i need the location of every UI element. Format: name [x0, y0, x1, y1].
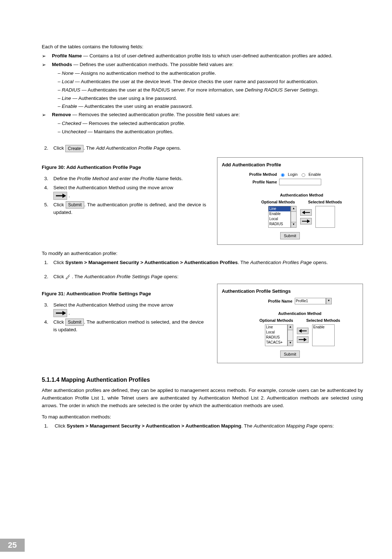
profile-method-label: Profile Method [244, 171, 277, 178]
svg-line-7 [69, 275, 70, 276]
scroll-down-icon[interactable]: ▼ [291, 222, 297, 228]
settings-step-3: Select the Authentication Method using t… [53, 301, 173, 317]
step-number: 1. [42, 259, 48, 267]
method-none: – None — Assigns no authentication metho… [58, 70, 363, 77]
step-number: 3. [42, 175, 48, 183]
selected-methods-list[interactable]: Enable [312, 324, 335, 346]
selected-methods-list[interactable] [315, 206, 335, 228]
step-number: 2. [42, 273, 48, 281]
list-item[interactable]: TACACS+ [265, 340, 287, 345]
auth-method-header: Authentication Method [244, 192, 359, 198]
scroll-up-icon[interactable]: ▲ [291, 206, 297, 212]
login-radio[interactable] [281, 173, 285, 177]
move-left-button[interactable] [300, 209, 312, 216]
profile-name-label: Profile Name [268, 298, 292, 304]
list-item[interactable]: Local [269, 216, 290, 222]
move-right-button[interactable] [300, 218, 312, 224]
svg-marker-1 [62, 194, 66, 198]
submit-button[interactable]: Submit [65, 319, 84, 326]
list-item[interactable]: Line [265, 325, 287, 330]
bullet-methods: Methods — Defines the user authenticatio… [52, 61, 233, 69]
selected-methods-label: Selected Methods [306, 317, 340, 324]
submit-button[interactable]: Submit [66, 201, 84, 208]
move-arrow-icon [53, 192, 67, 200]
dialog-submit-button[interactable]: Submit [280, 232, 300, 239]
svg-marker-13 [304, 338, 307, 341]
step-number: 2. [42, 145, 48, 152]
svg-marker-9 [62, 311, 66, 315]
list-item[interactable]: RADIUS [265, 335, 287, 340]
add-auth-profile-dialog: Add Authentication Profile Profile Metho… [217, 157, 363, 245]
create-button[interactable]: Create [65, 145, 83, 152]
step-number: 4. [42, 184, 48, 200]
move-arrow-icon [53, 309, 67, 317]
dialog-submit-button[interactable]: Submit [280, 351, 300, 358]
optional-methods-list[interactable]: Line Enable Local RADIUS [268, 206, 291, 228]
remove-checked: – Checked — Removes the selected authent… [58, 120, 363, 127]
scroll-down-icon[interactable]: ▼ [287, 340, 293, 346]
step-4-text: Select the Authentication Method using t… [53, 184, 173, 200]
svg-marker-3 [302, 211, 305, 214]
method-line: – Line — Authenticates the user using a … [58, 95, 363, 102]
bullet-profile-name: Profile Name — Contains a list of user-d… [52, 52, 332, 60]
bullet-marker: ➢ [42, 112, 46, 119]
svg-marker-11 [299, 329, 302, 333]
section-heading: 5.1.1.4 Mapping Authentication Profiles [42, 376, 363, 385]
move-right-button[interactable] [297, 336, 309, 343]
list-item[interactable]: Local [265, 330, 287, 335]
auth-method-header: Authentication Method [241, 311, 359, 317]
modify-step-2: Click . The Authentication Profile Setti… [53, 273, 179, 281]
step-5-text: Click Submit. The authentication profile… [53, 201, 206, 216]
settings-step-4: Click Submit. The authentication method … [53, 319, 206, 334]
step-number: 1. [42, 422, 48, 430]
modify-intro: To modify an authentication profile: [42, 250, 363, 258]
profile-name-input[interactable] [279, 179, 321, 185]
optional-methods-list[interactable]: Line Local RADIUS TACACS+ [265, 324, 287, 346]
bullet-marker: ➢ [42, 61, 46, 69]
method-enable: – Enable — Authenticates the user using … [58, 103, 363, 110]
svg-marker-6 [66, 276, 69, 279]
list-item[interactable]: Line [269, 206, 290, 211]
step-3-text: Define the Profile Method and enter the … [53, 175, 183, 183]
selected-methods-label: Selected Methods [308, 199, 342, 205]
map-intro: To map authentication methods: [42, 413, 363, 421]
figure-31-title: Figure 31: Authentication Profile Settin… [42, 290, 206, 298]
optional-methods-label: Optional Methods [261, 199, 295, 205]
login-label: Login [288, 171, 298, 178]
svg-marker-5 [307, 219, 310, 223]
intro-text: Each of the tables contains the followin… [42, 43, 363, 51]
bullet-marker: ➢ [42, 53, 46, 60]
list-item[interactable]: Enable [313, 325, 334, 330]
modify-step-1: Click System > Management Security > Aut… [53, 259, 328, 267]
profile-name-label: Profile Name [244, 179, 277, 185]
step-number: 4. [42, 319, 48, 334]
scroll-up-icon[interactable]: ▲ [287, 324, 293, 330]
dropdown-icon[interactable]: ▼ [326, 298, 332, 304]
bullet-remove: Remove — Removes the selected authentica… [52, 111, 240, 119]
list-item[interactable]: RADIUS [269, 222, 290, 227]
dialog-title: Authentication Profile Settings [222, 288, 359, 295]
map-step-1: Click System > Management Security > Aut… [53, 422, 334, 430]
method-radius: – RADIUS — Authenticates the user at the… [58, 86, 363, 94]
figure-30-title: Figure 30: Add Authentication Profile Pa… [42, 164, 206, 171]
optional-methods-label: Optional Methods [260, 317, 293, 324]
enable-radio[interactable] [302, 173, 305, 177]
move-left-button[interactable] [297, 328, 309, 334]
page-number: 25 [0, 539, 25, 552]
auth-profile-settings-dialog: Authentication Profile Settings Profile … [217, 284, 363, 363]
step-number: 5. [42, 201, 48, 216]
enable-label: Enable [309, 171, 321, 178]
step-2-text: Click Create. The Add Authentication Pro… [53, 145, 181, 152]
step-number: 3. [42, 301, 48, 317]
list-item[interactable]: Enable [269, 211, 290, 216]
method-local: – Local — Authenticates the user at the … [58, 78, 363, 86]
remove-unchecked: – Unchecked — Maintains the authenticati… [58, 128, 363, 136]
section-body: After authentication profiles are define… [42, 387, 363, 410]
edit-icon[interactable] [65, 275, 70, 280]
dialog-title: Add Authentication Profile [222, 161, 359, 169]
profile-name-select[interactable]: Profile1 [295, 298, 326, 304]
